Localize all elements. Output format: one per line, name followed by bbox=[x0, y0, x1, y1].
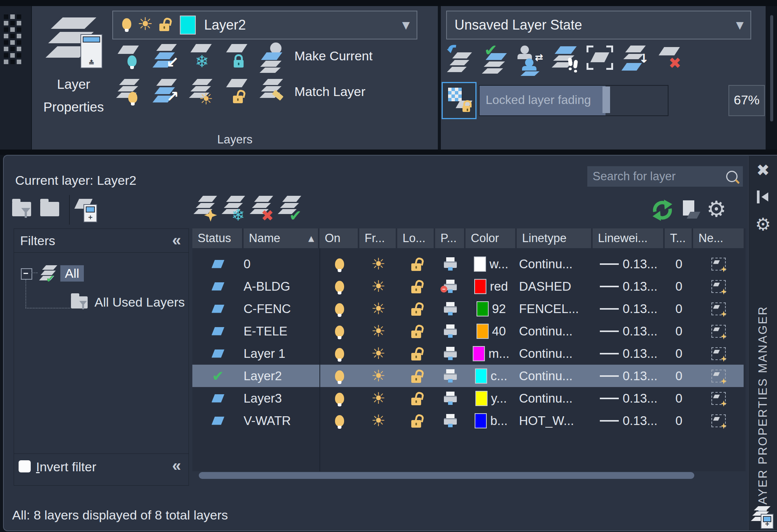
col-color[interactable]: Color bbox=[466, 228, 517, 248]
restore-layer-state-button[interactable] bbox=[447, 46, 477, 76]
table-row[interactable]: A-BLDG ☀ red DASHED 0.13... 0 bbox=[192, 275, 744, 297]
tree-item-all-used-layers[interactable]: All Used Layers bbox=[94, 295, 185, 310]
settings-button[interactable]: ⚙ bbox=[706, 198, 726, 220]
slider-handle[interactable] bbox=[602, 87, 610, 113]
on-toggle[interactable] bbox=[319, 253, 359, 275]
on-toggle[interactable] bbox=[319, 365, 359, 387]
lineweight-cell[interactable]: 0.13... bbox=[593, 253, 665, 275]
match-layer-button[interactable] bbox=[260, 79, 289, 109]
layer-unisolate-button[interactable]: ↗ bbox=[153, 79, 182, 109]
table-row[interactable]: 0 ☀ w... Continu... 0.13... 0 bbox=[192, 253, 744, 275]
on-toggle[interactable] bbox=[319, 275, 359, 297]
auto-hide-pin-icon[interactable] bbox=[756, 190, 770, 203]
layer-name[interactable]: Layer3 bbox=[244, 387, 319, 409]
lock-toggle[interactable] bbox=[397, 297, 435, 320]
properties-gear-icon[interactable]: ⚙ bbox=[755, 216, 771, 233]
turn-all-layers-on-button[interactable] bbox=[116, 79, 146, 109]
isolate-selection-button[interactable] bbox=[587, 46, 616, 76]
lock-toggle[interactable] bbox=[397, 320, 435, 342]
layer-off-button[interactable] bbox=[116, 44, 146, 74]
plot-toggle[interactable] bbox=[435, 387, 466, 409]
search-for-layer-box[interactable] bbox=[587, 166, 743, 187]
col-new-vp-freeze[interactable]: Ne... bbox=[693, 228, 744, 248]
freeze-toggle[interactable]: ☀ bbox=[359, 253, 397, 275]
layer-name[interactable]: Layer2 bbox=[244, 365, 319, 387]
layer-state-dropdown[interactable]: Unsaved Layer State ▼ bbox=[446, 11, 751, 39]
color-cell[interactable]: 92 bbox=[466, 297, 517, 320]
layer-states-manager-button[interactable]: ＋ bbox=[74, 196, 99, 222]
freeze-toggle[interactable]: ☀ bbox=[359, 275, 397, 297]
transparency-cell[interactable]: 0 bbox=[665, 409, 693, 432]
layer-freeze-button[interactable]: ❄ bbox=[189, 44, 219, 74]
ribbon-panel-title[interactable]: Layers bbox=[32, 133, 438, 146]
match-layer-label[interactable]: Match Layer bbox=[294, 84, 365, 99]
vp-freeze-cell[interactable] bbox=[693, 297, 744, 320]
col-lock[interactable]: Lo... bbox=[397, 228, 435, 248]
color-cell[interactable]: w... bbox=[466, 253, 517, 275]
new-vp-frozen-layer-button[interactable]: ❄ bbox=[222, 196, 247, 222]
color-cell[interactable]: m... bbox=[466, 342, 517, 365]
on-toggle[interactable] bbox=[319, 320, 359, 342]
close-icon[interactable]: ✖ bbox=[756, 162, 769, 178]
make-current-label[interactable]: Make Current bbox=[294, 49, 373, 63]
layer-walk-button[interactable] bbox=[552, 46, 581, 76]
freeze-toggle[interactable]: ☀ bbox=[359, 320, 397, 342]
toggle-override-highlight-button[interactable] bbox=[681, 200, 701, 222]
vp-freeze-cell[interactable] bbox=[693, 253, 744, 275]
linetype-cell[interactable]: HOT_W... bbox=[517, 409, 593, 432]
tree-collapse-box[interactable] bbox=[21, 268, 32, 280]
plot-toggle[interactable] bbox=[435, 253, 466, 275]
layer-name[interactable]: Layer 1 bbox=[244, 342, 319, 365]
color-cell[interactable]: c... bbox=[466, 365, 517, 387]
lock-toggle[interactable] bbox=[397, 275, 435, 297]
new-group-filter-button[interactable] bbox=[40, 197, 64, 222]
linetype-cell[interactable]: FENCEL... bbox=[517, 297, 593, 320]
layer-name[interactable]: 0 bbox=[244, 253, 319, 275]
freeze-toggle[interactable]: ☀ bbox=[359, 409, 397, 432]
table-row[interactable]: Layer3 ☀ y... Continu... 0.13... 0 bbox=[192, 387, 744, 409]
lock-toggle[interactable] bbox=[397, 253, 435, 275]
linetype-cell[interactable]: Continu... bbox=[517, 320, 593, 342]
new-layer-button[interactable] bbox=[193, 196, 219, 222]
transparency-cell[interactable]: 0 bbox=[665, 320, 693, 342]
plot-toggle[interactable] bbox=[435, 409, 466, 432]
set-current-layer-button[interactable]: ✔ bbox=[278, 196, 304, 222]
make-current-button[interactable] bbox=[260, 44, 289, 74]
table-row[interactable]: E-TELE ☀ 40 Continu... 0.13... 0 bbox=[192, 320, 744, 342]
layer-lock-button[interactable] bbox=[225, 44, 254, 74]
name-column-divider[interactable] bbox=[319, 248, 320, 471]
lineweight-cell[interactable]: 0.13... bbox=[593, 275, 665, 297]
search-input[interactable] bbox=[587, 170, 749, 183]
lineweight-cell[interactable]: 0.13... bbox=[593, 409, 665, 432]
transparency-cell[interactable]: 0 bbox=[665, 297, 693, 320]
on-toggle[interactable] bbox=[319, 387, 359, 409]
layer-unlock-button[interactable] bbox=[225, 79, 254, 109]
locked-layer-fading-toggle[interactable] bbox=[442, 82, 477, 119]
table-row[interactable]: V-WATR ☀ b... HOT_W... 0.13... 0 bbox=[192, 409, 744, 432]
new-property-filter-button[interactable] bbox=[12, 197, 36, 222]
col-status[interactable]: Status bbox=[192, 228, 244, 248]
lock-toggle[interactable] bbox=[397, 387, 435, 409]
vp-freeze-cell[interactable] bbox=[693, 409, 744, 432]
table-row[interactable]: Layer 1 ☀ m... Continu... 0.13... 0 bbox=[192, 342, 744, 365]
collapse-filters-icon[interactable]: « bbox=[172, 231, 179, 249]
freeze-toggle[interactable]: ☀ bbox=[359, 297, 397, 320]
on-toggle[interactable] bbox=[319, 409, 359, 432]
table-row[interactable]: C-FENC ☀ 92 FENCEL... 0.13... 0 bbox=[192, 297, 744, 320]
merge-layer-button[interactable]: ↓ bbox=[621, 46, 651, 76]
vp-freeze-cell[interactable] bbox=[693, 275, 744, 297]
layer-name[interactable]: V-WATR bbox=[244, 409, 319, 432]
layer-isolate-button[interactable]: ↙ bbox=[153, 44, 182, 74]
palette-vertical-title[interactable]: LAYER PROPERTIES MANAGER bbox=[756, 292, 770, 512]
transparency-cell[interactable]: 0 bbox=[665, 253, 693, 275]
lineweight-cell[interactable]: 0.13... bbox=[593, 297, 665, 320]
layer-name[interactable]: A-BLDG bbox=[244, 275, 319, 297]
freeze-toggle[interactable]: ☀ bbox=[359, 387, 397, 409]
tree-item-all[interactable]: All bbox=[60, 265, 84, 282]
col-on[interactable]: On bbox=[319, 228, 359, 248]
plot-toggle[interactable] bbox=[435, 342, 466, 365]
invert-filter-label[interactable]: Invert filter bbox=[36, 460, 96, 474]
lock-toggle[interactable] bbox=[397, 409, 435, 432]
plot-toggle[interactable] bbox=[435, 320, 466, 342]
layer-dropdown[interactable]: ☀ Layer2 ▼ bbox=[112, 11, 417, 39]
